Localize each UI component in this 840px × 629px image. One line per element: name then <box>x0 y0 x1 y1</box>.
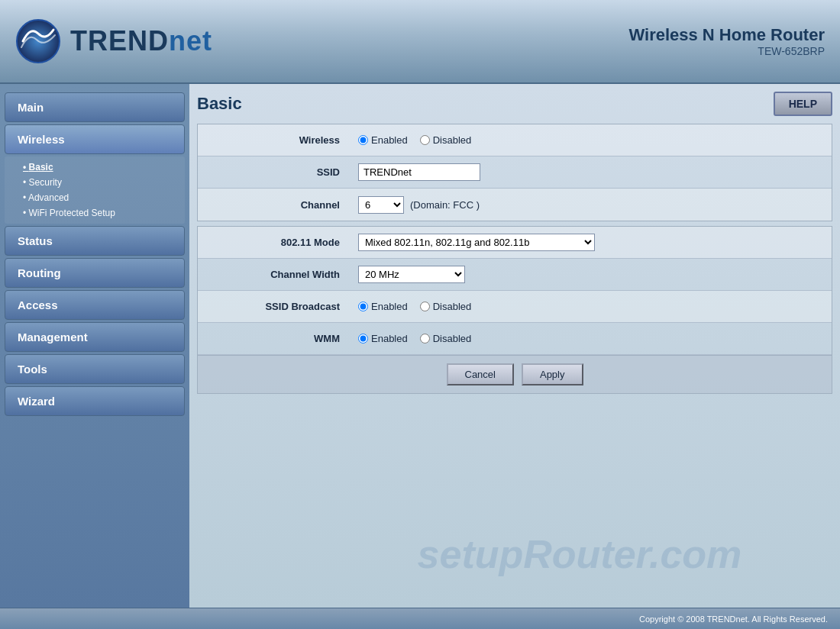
channel-width-row: Channel Width 20 MHz 40 MHz <box>198 259 832 291</box>
sidebar-subitem-wifi-protected[interactable]: • WiFi Protected Setup <box>17 205 185 221</box>
wmm-enabled-text: Enabled <box>371 333 408 344</box>
basic-section-1: Wireless Enabled Disabled <box>197 124 832 221</box>
sidebar-item-main[interactable]: Main <box>5 92 185 122</box>
apply-button[interactable]: Apply <box>522 363 583 385</box>
channel-field-label: Channel <box>198 199 351 211</box>
sidebar-subitem-basic[interactable]: • Basic <box>17 160 185 175</box>
wmm-field-value: Enabled Disabled <box>351 328 832 349</box>
mode-field-value: Mixed 802.11n, 802.11g and 802.11b 802.1… <box>351 229 832 256</box>
wireless-enabled-label[interactable]: Enabled <box>358 134 408 146</box>
ssid-broadcast-disabled-text: Disabled <box>433 301 472 312</box>
router-model: TEW-652BRP <box>628 45 825 57</box>
ssid-broadcast-label: SSID Broadcast <box>198 301 351 312</box>
sidebar-item-status[interactable]: Status <box>5 226 185 256</box>
sidebar-subitem-security[interactable]: • Security <box>17 175 185 190</box>
footer-text: Copyright © 2008 TRENDnet. All Rights Re… <box>639 614 828 624</box>
wmm-enabled-radio[interactable] <box>358 334 368 344</box>
ssid-field-label: SSID <box>198 166 351 178</box>
wireless-disabled-text: Disabled <box>433 134 472 146</box>
wmm-disabled-text: Disabled <box>433 333 472 344</box>
router-name: Wireless N Home Router <box>628 25 825 45</box>
ssid-field-value <box>351 159 832 185</box>
wmm-enabled-label[interactable]: Enabled <box>358 333 408 344</box>
channel-row: Channel 6 12345 7891011 (Domain: FCC ) <box>198 189 832 221</box>
mode-field-label: 802.11 Mode <box>198 237 351 248</box>
channel-select[interactable]: 6 12345 7891011 <box>358 196 404 214</box>
ssid-broadcast-disabled-radio[interactable] <box>420 302 430 311</box>
sidebar: Main Wireless • Basic • Security • Advan… <box>0 84 189 608</box>
wireless-disabled-label[interactable]: Disabled <box>420 134 472 146</box>
ssid-broadcast-radio-group: Enabled Disabled <box>358 301 471 312</box>
footer: Copyright © 2008 TRENDnet. All Rights Re… <box>0 608 840 629</box>
wireless-radio-group: Enabled Disabled <box>358 134 471 146</box>
wmm-row: WMM Enabled Disabled <box>198 323 832 355</box>
wireless-enabled-text: Enabled <box>371 134 408 146</box>
content-area: Basic HELP Wireless Enabled Disabled <box>189 84 840 608</box>
trendnet-logo-icon <box>15 18 61 64</box>
ssid-row: SSID <box>198 156 832 189</box>
sidebar-item-wizard[interactable]: Wizard <box>5 386 185 416</box>
channel-width-select[interactable]: 20 MHz 40 MHz <box>358 266 465 283</box>
router-info: Wireless N Home Router TEW-652BRP <box>628 25 825 57</box>
basic-section-2: 802.11 Mode Mixed 802.11n, 802.11g and 8… <box>197 226 832 394</box>
wireless-enabled-radio[interactable] <box>358 135 368 145</box>
wireless-field-label: Wireless <box>198 134 351 146</box>
ssid-broadcast-enabled-radio[interactable] <box>358 302 368 311</box>
header: TRENDnet Wireless N Home Router TEW-652B… <box>0 0 840 84</box>
logo-area: TRENDnet <box>15 18 212 64</box>
wmm-field-label: WMM <box>198 333 351 344</box>
channel-domain-text: (Domain: FCC ) <box>410 199 480 211</box>
help-button[interactable]: HELP <box>774 92 832 116</box>
wireless-submenu: • Basic • Security • Advanced • WiFi Pro… <box>5 156 185 224</box>
wmm-disabled-radio[interactable] <box>420 334 430 344</box>
sidebar-item-routing[interactable]: Routing <box>5 258 185 288</box>
cancel-button[interactable]: Cancel <box>447 363 514 385</box>
ssid-broadcast-enabled-label[interactable]: Enabled <box>358 301 408 312</box>
sidebar-item-management[interactable]: Management <box>5 322 185 352</box>
ssid-broadcast-disabled-label[interactable]: Disabled <box>420 301 472 312</box>
wireless-field-value: Enabled Disabled <box>351 130 832 150</box>
ssid-input[interactable] <box>358 163 480 181</box>
wmm-radio-group: Enabled Disabled <box>358 333 471 344</box>
page-title: Basic <box>197 94 242 114</box>
ssid-broadcast-value: Enabled Disabled <box>351 296 832 317</box>
channel-width-label: Channel Width <box>198 269 351 280</box>
watermark: setupRouter.com <box>418 531 742 577</box>
page-header: Basic HELP <box>197 92 832 116</box>
mode-select[interactable]: Mixed 802.11n, 802.11g and 802.11b 802.1… <box>358 234 595 251</box>
sidebar-item-access[interactable]: Access <box>5 290 185 320</box>
ssid-broadcast-enabled-text: Enabled <box>371 301 408 312</box>
button-row: Cancel Apply <box>198 355 832 393</box>
wmm-disabled-label[interactable]: Disabled <box>420 333 472 344</box>
sidebar-item-tools[interactable]: Tools <box>5 354 185 384</box>
wireless-disabled-radio[interactable] <box>420 135 430 145</box>
channel-field-value: 6 12345 7891011 (Domain: FCC ) <box>351 192 832 218</box>
ssid-broadcast-row: SSID Broadcast Enabled Disabled <box>198 291 832 323</box>
channel-width-value: 20 MHz 40 MHz <box>351 261 832 288</box>
sidebar-item-wireless[interactable]: Wireless <box>5 124 185 154</box>
sidebar-subitem-advanced[interactable]: • Advanced <box>17 190 185 205</box>
main-layout: Main Wireless • Basic • Security • Advan… <box>0 84 840 608</box>
mode-row: 802.11 Mode Mixed 802.11n, 802.11g and 8… <box>198 227 832 259</box>
wireless-row: Wireless Enabled Disabled <box>198 124 832 156</box>
brand-name: TRENDnet <box>70 25 212 57</box>
